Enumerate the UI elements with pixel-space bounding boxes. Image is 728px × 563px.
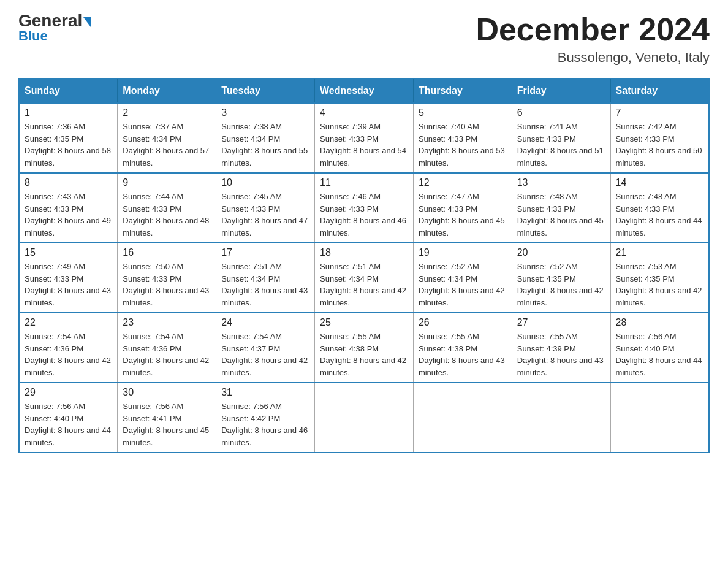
sunset-label: Sunset: 4:33 PM bbox=[123, 204, 181, 213]
weekday-header-row: Sunday Monday Tuesday Wednesday Thursday… bbox=[19, 79, 709, 103]
table-row: 12 Sunrise: 7:47 AM Sunset: 4:33 PM Dayl… bbox=[413, 173, 512, 243]
day-info: Sunrise: 7:56 AM Sunset: 4:40 PM Dayligh… bbox=[25, 400, 112, 448]
sunrise-label: Sunrise: 7:51 AM bbox=[221, 262, 282, 271]
day-info: Sunrise: 7:56 AM Sunset: 4:40 PM Dayligh… bbox=[616, 331, 703, 378]
sunset-label: Sunset: 4:36 PM bbox=[123, 344, 181, 353]
sunset-label: Sunset: 4:33 PM bbox=[517, 134, 576, 144]
daylight-label: Daylight: 8 hours and 46 minutes. bbox=[320, 216, 406, 237]
day-info: Sunrise: 7:52 AM Sunset: 4:34 PM Dayligh… bbox=[419, 261, 507, 308]
day-number: 30 bbox=[123, 387, 211, 398]
sunrise-label: Sunrise: 7:44 AM bbox=[123, 192, 183, 201]
daylight-label: Daylight: 8 hours and 54 minutes. bbox=[320, 146, 406, 167]
table-row bbox=[413, 383, 512, 453]
calendar-week-row: 8 Sunrise: 7:43 AM Sunset: 4:33 PM Dayli… bbox=[19, 173, 709, 243]
sunrise-label: Sunrise: 7:36 AM bbox=[25, 122, 85, 131]
day-info: Sunrise: 7:56 AM Sunset: 4:41 PM Dayligh… bbox=[123, 400, 211, 448]
day-number: 20 bbox=[517, 247, 605, 258]
sunset-label: Sunset: 4:33 PM bbox=[320, 204, 379, 213]
day-number: 14 bbox=[616, 177, 703, 188]
daylight-label: Daylight: 8 hours and 55 minutes. bbox=[221, 146, 308, 167]
day-info: Sunrise: 7:55 AM Sunset: 4:38 PM Dayligh… bbox=[320, 331, 408, 378]
table-row: 10 Sunrise: 7:45 AM Sunset: 4:33 PM Dayl… bbox=[216, 173, 315, 243]
calendar-week-row: 1 Sunrise: 7:36 AM Sunset: 4:35 PM Dayli… bbox=[19, 103, 709, 173]
sunset-label: Sunset: 4:35 PM bbox=[25, 134, 83, 144]
day-info: Sunrise: 7:54 AM Sunset: 4:36 PM Dayligh… bbox=[123, 331, 211, 378]
sunset-label: Sunset: 4:40 PM bbox=[25, 414, 83, 423]
day-number: 11 bbox=[320, 177, 408, 188]
day-number: 7 bbox=[616, 107, 703, 118]
sunset-label: Sunset: 4:33 PM bbox=[419, 204, 477, 213]
table-row: 4 Sunrise: 7:39 AM Sunset: 4:33 PM Dayli… bbox=[315, 103, 414, 173]
sunset-label: Sunset: 4:33 PM bbox=[123, 274, 181, 283]
daylight-label: Daylight: 8 hours and 53 minutes. bbox=[419, 146, 505, 167]
title-block: December 2024 Bussolengo, Veneto, Italy bbox=[476, 12, 710, 66]
daylight-label: Daylight: 8 hours and 51 minutes. bbox=[517, 146, 604, 167]
sunrise-label: Sunrise: 7:52 AM bbox=[517, 262, 578, 271]
sunset-label: Sunset: 4:33 PM bbox=[25, 274, 83, 283]
daylight-label: Daylight: 8 hours and 43 minutes. bbox=[221, 286, 308, 307]
sunset-label: Sunset: 4:33 PM bbox=[25, 204, 83, 213]
table-row: 11 Sunrise: 7:46 AM Sunset: 4:33 PM Dayl… bbox=[315, 173, 414, 243]
daylight-label: Daylight: 8 hours and 42 minutes. bbox=[25, 356, 111, 377]
day-number: 31 bbox=[221, 387, 309, 398]
daylight-label: Daylight: 8 hours and 44 minutes. bbox=[25, 426, 111, 447]
day-number: 26 bbox=[419, 317, 507, 328]
day-info: Sunrise: 7:51 AM Sunset: 4:34 PM Dayligh… bbox=[221, 261, 309, 308]
logo-text-general: General bbox=[18, 12, 91, 29]
daylight-label: Daylight: 8 hours and 44 minutes. bbox=[616, 356, 702, 377]
day-info: Sunrise: 7:55 AM Sunset: 4:38 PM Dayligh… bbox=[419, 331, 507, 378]
sunset-label: Sunset: 4:41 PM bbox=[123, 414, 181, 423]
sunset-label: Sunset: 4:38 PM bbox=[320, 344, 379, 353]
sunrise-label: Sunrise: 7:48 AM bbox=[517, 192, 578, 201]
day-info: Sunrise: 7:53 AM Sunset: 4:35 PM Dayligh… bbox=[616, 261, 703, 308]
table-row: 17 Sunrise: 7:51 AM Sunset: 4:34 PM Dayl… bbox=[216, 243, 315, 313]
table-row: 7 Sunrise: 7:42 AM Sunset: 4:33 PM Dayli… bbox=[610, 103, 709, 173]
daylight-label: Daylight: 8 hours and 43 minutes. bbox=[25, 286, 111, 307]
day-info: Sunrise: 7:36 AM Sunset: 4:35 PM Dayligh… bbox=[25, 121, 112, 169]
calendar-table: Sunday Monday Tuesday Wednesday Thursday… bbox=[18, 78, 710, 453]
day-number: 22 bbox=[25, 317, 112, 328]
table-row: 6 Sunrise: 7:41 AM Sunset: 4:33 PM Dayli… bbox=[512, 103, 610, 173]
day-number: 18 bbox=[320, 247, 408, 258]
table-row: 8 Sunrise: 7:43 AM Sunset: 4:33 PM Dayli… bbox=[19, 173, 118, 243]
sunrise-label: Sunrise: 7:55 AM bbox=[517, 332, 578, 341]
table-row: 21 Sunrise: 7:53 AM Sunset: 4:35 PM Dayl… bbox=[610, 243, 709, 313]
day-number: 16 bbox=[123, 247, 211, 258]
day-info: Sunrise: 7:39 AM Sunset: 4:33 PM Dayligh… bbox=[320, 121, 408, 169]
day-info: Sunrise: 7:51 AM Sunset: 4:34 PM Dayligh… bbox=[320, 261, 408, 308]
day-info: Sunrise: 7:42 AM Sunset: 4:33 PM Dayligh… bbox=[616, 121, 703, 169]
header-sunday: Sunday bbox=[19, 79, 118, 103]
table-row: 29 Sunrise: 7:56 AM Sunset: 4:40 PM Dayl… bbox=[19, 383, 118, 453]
sunrise-label: Sunrise: 7:56 AM bbox=[616, 332, 677, 341]
day-info: Sunrise: 7:37 AM Sunset: 4:34 PM Dayligh… bbox=[123, 121, 211, 169]
sunrise-label: Sunrise: 7:39 AM bbox=[320, 122, 381, 131]
day-number: 3 bbox=[221, 107, 309, 118]
header-tuesday: Tuesday bbox=[216, 79, 315, 103]
day-info: Sunrise: 7:52 AM Sunset: 4:35 PM Dayligh… bbox=[517, 261, 605, 308]
daylight-label: Daylight: 8 hours and 42 minutes. bbox=[616, 286, 702, 307]
day-number: 12 bbox=[419, 177, 507, 188]
table-row: 19 Sunrise: 7:52 AM Sunset: 4:34 PM Dayl… bbox=[413, 243, 512, 313]
sunset-label: Sunset: 4:33 PM bbox=[419, 134, 477, 144]
day-info: Sunrise: 7:48 AM Sunset: 4:33 PM Dayligh… bbox=[616, 191, 703, 239]
table-row: 13 Sunrise: 7:48 AM Sunset: 4:33 PM Dayl… bbox=[512, 173, 610, 243]
table-row: 15 Sunrise: 7:49 AM Sunset: 4:33 PM Dayl… bbox=[19, 243, 118, 313]
sunrise-label: Sunrise: 7:54 AM bbox=[221, 332, 282, 341]
day-info: Sunrise: 7:45 AM Sunset: 4:33 PM Dayligh… bbox=[221, 191, 309, 239]
daylight-label: Daylight: 8 hours and 43 minutes. bbox=[123, 286, 209, 307]
sunrise-label: Sunrise: 7:51 AM bbox=[320, 262, 381, 271]
daylight-label: Daylight: 8 hours and 42 minutes. bbox=[419, 286, 505, 307]
sunrise-label: Sunrise: 7:54 AM bbox=[123, 332, 183, 341]
daylight-label: Daylight: 8 hours and 48 minutes. bbox=[123, 216, 209, 237]
sunset-label: Sunset: 4:38 PM bbox=[419, 344, 477, 353]
table-row: 23 Sunrise: 7:54 AM Sunset: 4:36 PM Dayl… bbox=[118, 313, 216, 383]
sunset-label: Sunset: 4:35 PM bbox=[517, 274, 576, 283]
sunrise-label: Sunrise: 7:55 AM bbox=[419, 332, 479, 341]
table-row bbox=[610, 383, 709, 453]
day-number: 10 bbox=[221, 177, 309, 188]
sunset-label: Sunset: 4:33 PM bbox=[616, 134, 675, 144]
daylight-label: Daylight: 8 hours and 50 minutes. bbox=[616, 146, 702, 167]
table-row: 2 Sunrise: 7:37 AM Sunset: 4:34 PM Dayli… bbox=[118, 103, 216, 173]
table-row: 24 Sunrise: 7:54 AM Sunset: 4:37 PM Dayl… bbox=[216, 313, 315, 383]
day-number: 19 bbox=[419, 247, 507, 258]
